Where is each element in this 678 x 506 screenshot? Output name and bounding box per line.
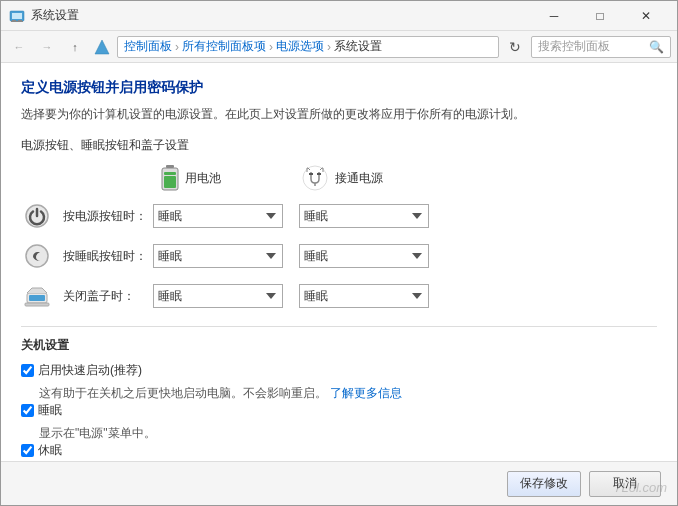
- shutdown-title: 关机设置: [21, 337, 657, 354]
- power-row: 按电源按钮时： 睡眠 不采取任何操作 关机 休眠 睡眠 不采取任何操作 关机 休…: [21, 200, 657, 232]
- power-row: 按睡眠按钮时： 睡眠 不采取任何操作 关机 休眠 睡眠 不采取任何操作 关机 休…: [21, 240, 657, 272]
- footer: 保存修改 取消: [1, 461, 677, 505]
- checkbox-item: 睡眠 显示在"电源"菜单中。: [21, 402, 657, 442]
- power-row-label: 按电源按钮时：: [63, 208, 153, 225]
- back-button[interactable]: ←: [7, 35, 31, 59]
- search-placeholder: 搜索控制面板: [538, 38, 610, 55]
- breadcrumb-power-options[interactable]: 电源选项: [276, 38, 324, 55]
- checkbox-label[interactable]: 休眠: [21, 442, 62, 459]
- checkboxes-container: 启用快速启动(推荐) 这有助于在关机之后更快地启动电脑。不会影响重启。 了解更多…: [21, 362, 657, 461]
- battery-icon: [161, 165, 179, 191]
- checkbox-text: 启用快速启动(推荐): [38, 362, 142, 379]
- power-select-row1[interactable]: 睡眠 不采取任何操作 关机 休眠: [299, 244, 429, 268]
- window-controls: ─ □ ✕: [531, 1, 669, 31]
- checkbox-label[interactable]: 启用快速启动(推荐): [21, 362, 142, 379]
- address-bar: ← → ↑ 控制面板 › 所有控制面板项 › 电源选项 › 系统设置 ↻ 搜索控…: [1, 31, 677, 63]
- breadcrumb: 控制面板 › 所有控制面板项 › 电源选项 › 系统设置: [117, 36, 499, 58]
- checkbox-input-sleep[interactable]: [21, 404, 34, 417]
- save-button[interactable]: 保存修改: [507, 471, 581, 497]
- maximize-button[interactable]: □: [577, 1, 623, 31]
- battery-select-row2[interactable]: 睡眠 不采取任何操作 关机 休眠: [153, 284, 283, 308]
- checkbox-item: 休眠 显示在"电源"菜单中。: [21, 442, 657, 461]
- svg-rect-1: [12, 13, 22, 19]
- search-box: 搜索控制面板 🔍: [531, 36, 671, 58]
- section-power-title: 电源按钮、睡眠按钮和盖子设置: [21, 137, 657, 154]
- checkbox-row: 启用快速启动(推荐): [21, 362, 657, 379]
- watermark: 7Lol.com: [614, 480, 667, 495]
- checkbox-input-fast_start[interactable]: [21, 364, 34, 377]
- svg-rect-8: [164, 176, 176, 188]
- svg-rect-4: [11, 21, 23, 22]
- window-title: 系统设置: [31, 7, 531, 24]
- checkbox-row: 睡眠: [21, 402, 657, 419]
- svg-rect-17: [29, 295, 45, 301]
- power-row-label: 按睡眠按钮时：: [63, 248, 153, 265]
- checkbox-label[interactable]: 睡眠: [21, 402, 62, 419]
- battery-select-row0[interactable]: 睡眠 不采取任何操作 关机 休眠: [153, 204, 283, 228]
- minimize-button[interactable]: ─: [531, 1, 577, 31]
- checkbox-desc: 这有助于在关机之后更快地启动电脑。不会影响重启。 了解更多信息: [39, 385, 657, 402]
- close-button[interactable]: ✕: [623, 1, 669, 31]
- search-icon[interactable]: 🔍: [649, 40, 664, 54]
- power-row-icon: [21, 280, 53, 312]
- title-bar: 系统设置 ─ □ ✕: [1, 1, 677, 31]
- breadcrumb-all-items[interactable]: 所有控制面板项: [182, 38, 266, 55]
- main-content: 定义电源按钮并启用密码保护 选择要为你的计算机设置的电源设置。在此页上对设置所做…: [1, 63, 677, 461]
- power-rows: 按电源按钮时： 睡眠 不采取任何操作 关机 休眠 睡眠 不采取任何操作 关机 休…: [21, 200, 657, 312]
- checkbox-row: 休眠: [21, 442, 657, 459]
- power-plug-icon: [301, 164, 329, 192]
- svg-point-15: [26, 245, 48, 267]
- window-icon: [9, 8, 25, 24]
- refresh-button[interactable]: ↻: [503, 35, 527, 59]
- power-columns-header: 用电池 接通电源: [161, 164, 657, 192]
- power-row-icon: [21, 200, 53, 232]
- up-button[interactable]: ↑: [63, 35, 87, 59]
- learn-more-link[interactable]: 了解更多信息: [330, 386, 402, 400]
- checkbox-text: 休眠: [38, 442, 62, 459]
- power-row-label: 关闭盖子时：: [63, 288, 153, 305]
- checkbox-input-hibernate[interactable]: [21, 444, 34, 457]
- power-select-row2[interactable]: 睡眠 不采取任何操作 关机 休眠: [299, 284, 429, 308]
- power-column-label: 接通电源: [335, 170, 383, 187]
- power-row-icon: [21, 240, 53, 272]
- page-title: 定义电源按钮并启用密码保护: [21, 79, 657, 97]
- battery-column-header: 用电池: [161, 165, 241, 191]
- breadcrumb-current: 系统设置: [334, 38, 382, 55]
- checkbox-text: 睡眠: [38, 402, 62, 419]
- battery-select-row1[interactable]: 睡眠 不采取任何操作 关机 休眠: [153, 244, 283, 268]
- page-description: 选择要为你的计算机设置的电源设置。在此页上对设置所做的更改将应用于你所有的电源计…: [21, 105, 657, 123]
- svg-rect-9: [164, 172, 176, 175]
- breadcrumb-control-panel[interactable]: 控制面板: [124, 38, 172, 55]
- forward-button[interactable]: →: [35, 35, 59, 59]
- battery-column-label: 用电池: [185, 170, 221, 187]
- svg-marker-5: [95, 40, 109, 54]
- checkbox-desc: 显示在"电源"菜单中。: [39, 425, 657, 442]
- svg-rect-18: [25, 303, 49, 306]
- power-column-header: 接通电源: [301, 164, 383, 192]
- power-row: 关闭盖子时： 睡眠 不采取任何操作 关机 休眠 睡眠 不采取任何操作 关机 休眠: [21, 280, 657, 312]
- shutdown-section: 关机设置 启用快速启动(推荐) 这有助于在关机之后更快地启动电脑。不会影响重启。…: [21, 326, 657, 461]
- power-select-row0[interactable]: 睡眠 不采取任何操作 关机 休眠: [299, 204, 429, 228]
- checkbox-item: 启用快速启动(推荐) 这有助于在关机之后更快地启动电脑。不会影响重启。 了解更多…: [21, 362, 657, 402]
